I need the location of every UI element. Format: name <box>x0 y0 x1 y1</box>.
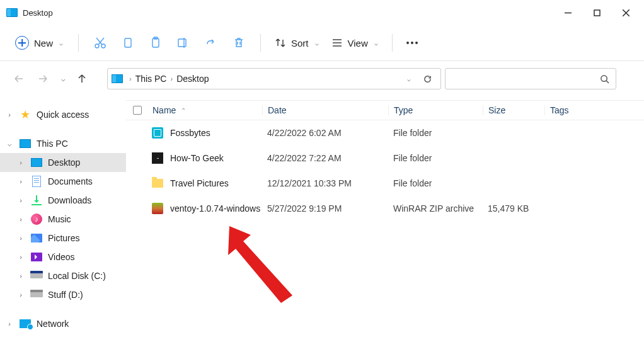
sidebar-item-stuff-d[interactable]: › Stuff (D:) <box>0 285 126 304</box>
file-date: 4/22/2022 6:02 AM <box>262 128 388 138</box>
sidebar-item-videos[interactable]: › Videos <box>0 248 126 266</box>
chevron-right-icon[interactable]: › <box>16 253 25 261</box>
video-icon <box>30 251 43 263</box>
chevron-right-icon[interactable]: › <box>16 234 25 242</box>
chevron-right-icon[interactable]: › <box>16 197 25 204</box>
plus-icon <box>15 36 29 50</box>
chevron-right-icon[interactable]: › <box>127 75 134 83</box>
drive-icon <box>30 270 43 282</box>
divider <box>78 34 79 52</box>
sidebar-label: Local Disk (C:) <box>48 271 106 281</box>
breadcrumb-item[interactable]: Desktop <box>175 74 210 84</box>
file-list: Name ⌃ Date Type Size Tags Fossbytes 4/2… <box>126 96 644 342</box>
sidebar-item-pictures[interactable]: › Pictures <box>0 229 126 248</box>
title-bar: Desktop <box>0 0 644 25</box>
new-button[interactable]: New ⌵ <box>9 32 69 54</box>
column-type[interactable]: Type <box>388 105 483 115</box>
file-name: ventoy-1.0.74-windows <box>170 203 260 214</box>
sidebar-item-local-disk-c[interactable]: › Local Disk (C:) <box>0 266 126 285</box>
file-row[interactable]: Travel Pictures 12/12/2021 10:33 PM File… <box>126 171 644 196</box>
close-button[interactable] <box>611 3 640 23</box>
column-size[interactable]: Size <box>483 105 544 115</box>
download-icon <box>30 194 43 207</box>
file-row[interactable]: ventoy-1.0.74-windows 5/27/2022 9:19 PM … <box>126 196 644 221</box>
cut-button[interactable] <box>88 30 113 55</box>
chevron-right-icon[interactable]: › <box>168 75 175 83</box>
body: › ★ Quick access ⌵ This PC › Desktop › D… <box>0 96 644 342</box>
file-type: File folder <box>388 153 483 163</box>
share-button[interactable] <box>198 30 224 55</box>
app-icon <box>6 8 18 17</box>
file-name: How-To Geek <box>170 153 224 163</box>
sidebar-item-this-pc[interactable]: ⌵ This PC <box>0 134 126 153</box>
breadcrumb-item[interactable]: This PC <box>134 74 168 84</box>
chevron-right-icon[interactable]: › <box>16 291 25 299</box>
sort-label: Sort <box>291 38 309 48</box>
column-label: Date <box>268 105 287 115</box>
toolbar: New ⌵ Sort ⌵ View ⌵ <box>0 25 644 60</box>
star-icon: ★ <box>19 108 32 121</box>
file-name: Travel Pictures <box>170 178 229 188</box>
sidebar-item-music[interactable]: › Music <box>0 210 126 229</box>
annotation-arrow <box>223 220 311 310</box>
file-row[interactable]: Fossbytes 4/22/2022 6:02 AM File folder <box>126 120 644 145</box>
picture-icon <box>30 232 43 244</box>
sidebar-item-desktop[interactable]: › Desktop <box>0 153 126 172</box>
document-icon <box>30 175 43 188</box>
navigation-pane: › ★ Quick access ⌵ This PC › Desktop › D… <box>0 96 126 342</box>
chevron-right-icon[interactable]: › <box>16 272 25 280</box>
sidebar-label: This PC <box>37 139 68 149</box>
divider <box>392 34 393 52</box>
chevron-right-icon[interactable]: › <box>5 111 14 118</box>
refresh-button[interactable] <box>418 74 437 84</box>
maximize-button[interactable] <box>582 3 611 23</box>
address-bar[interactable]: › This PC › Desktop ⌵ <box>107 68 441 89</box>
sidebar-label: Network <box>37 319 69 329</box>
back-button[interactable] <box>9 69 29 89</box>
rename-button[interactable] <box>171 30 196 55</box>
sidebar-item-documents[interactable]: › Documents <box>0 172 126 191</box>
chevron-right-icon[interactable]: › <box>5 320 14 328</box>
sort-button[interactable]: Sort ⌵ <box>270 35 324 51</box>
copy-button[interactable] <box>115 30 141 55</box>
file-date: 12/12/2021 10:33 PM <box>262 178 388 188</box>
network-icon <box>19 317 32 330</box>
address-dropdown-button[interactable]: ⌵ <box>399 76 418 83</box>
file-row[interactable]: How-To Geek 4/22/2022 7:22 AM File folde… <box>126 145 644 171</box>
minimize-button[interactable] <box>553 3 582 23</box>
view-label: View <box>348 38 368 48</box>
column-date[interactable]: Date <box>262 105 388 115</box>
recent-locations-button[interactable]: ⌵ <box>57 69 68 89</box>
svg-rect-10 <box>152 38 159 47</box>
search-input[interactable] <box>445 68 616 89</box>
up-button[interactable] <box>72 69 92 89</box>
divider <box>260 34 261 52</box>
file-size: 15,479 KB <box>483 203 544 214</box>
view-button[interactable]: View ⌵ <box>326 35 383 51</box>
column-label: Type <box>394 105 413 115</box>
paste-button[interactable] <box>143 30 168 55</box>
folder-icon <box>151 177 164 190</box>
chevron-right-icon[interactable]: › <box>16 178 25 185</box>
delete-button[interactable] <box>226 30 251 55</box>
sidebar-item-quick-access[interactable]: › ★ Quick access <box>0 105 126 124</box>
sidebar-label: Desktop <box>48 157 80 168</box>
column-tags[interactable]: Tags <box>544 105 644 115</box>
select-all-checkbox[interactable] <box>126 106 149 115</box>
column-label: Tags <box>550 105 569 115</box>
chevron-right-icon[interactable]: › <box>16 159 25 166</box>
svg-rect-12 <box>178 39 186 47</box>
forward-button[interactable] <box>33 69 53 89</box>
chevron-right-icon[interactable]: › <box>16 215 25 223</box>
location-icon <box>112 74 123 83</box>
sidebar-label: Quick access <box>37 110 89 120</box>
app-icon <box>151 127 164 139</box>
chevron-down-icon[interactable]: ⌵ <box>5 140 14 148</box>
file-name: Fossbytes <box>170 128 210 138</box>
app-icon <box>151 152 164 164</box>
sidebar-item-network[interactable]: › Network <box>0 314 126 333</box>
file-type: WinRAR ZIP archive <box>388 203 483 214</box>
see-more-button[interactable] <box>401 42 423 44</box>
column-name[interactable]: Name ⌃ <box>149 105 262 115</box>
sidebar-item-downloads[interactable]: › Downloads <box>0 191 126 210</box>
